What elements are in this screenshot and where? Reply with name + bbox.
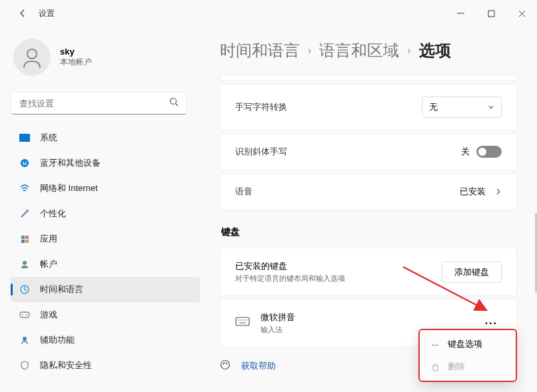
installed-kbd-sub: 对于特定语言的键布局和输入选项 <box>235 274 345 284</box>
card-spacer <box>220 75 517 81</box>
help-text: 获取帮助 <box>241 360 276 372</box>
card-voice[interactable]: 语音 已安装 <box>220 173 517 210</box>
sidebar-item-2[interactable]: 网络和 Internet <box>11 176 200 201</box>
more-icon: ··· <box>429 339 441 349</box>
sidebar-item-4[interactable]: 应用 <box>11 226 200 252</box>
sidebar-item-8[interactable]: 辅助功能 <box>11 327 200 353</box>
italic-label: 识别斜体手写 <box>235 146 287 158</box>
sidebar-item-9[interactable]: 隐私和安全性 <box>11 353 200 378</box>
nav-icon <box>19 258 31 270</box>
installed-kbd-title: 已安装的键盘 <box>235 260 345 272</box>
search-input[interactable] <box>19 98 169 108</box>
chevron-right-icon <box>495 186 502 198</box>
sidebar-item-3[interactable]: 个性化 <box>11 201 200 226</box>
svg-rect-16 <box>236 317 249 325</box>
voice-label: 语音 <box>235 186 253 198</box>
svg-point-11 <box>23 261 27 265</box>
nav-label: 蓝牙和其他设备 <box>40 157 101 169</box>
menu-delete-label: 删除 <box>448 361 465 373</box>
nav-icon <box>19 309 31 321</box>
nav-icon <box>19 359 31 371</box>
sidebar-item-6[interactable]: 时间和语言 <box>11 277 200 302</box>
close-button[interactable] <box>506 3 537 24</box>
back-button[interactable] <box>12 3 33 24</box>
user-type: 本地帐户 <box>60 57 92 68</box>
ime-sub: 输入法 <box>261 325 295 335</box>
svg-point-2 <box>27 49 37 59</box>
italic-toggle[interactable] <box>476 146 502 158</box>
voice-status: 已安装 <box>460 186 486 198</box>
nav-label: 辅助功能 <box>40 334 75 346</box>
card-handwriting: 手写字符转换 无 <box>220 84 517 130</box>
nav-label: 游戏 <box>40 309 57 321</box>
nav-label: 系统 <box>40 132 57 144</box>
handwriting-dropdown[interactable]: 无 <box>422 97 502 118</box>
minimize-button[interactable] <box>445 3 476 24</box>
nav-icon <box>19 334 31 346</box>
svg-rect-7 <box>21 236 25 239</box>
handwriting-value: 无 <box>429 101 438 113</box>
svg-point-6 <box>21 159 29 167</box>
nav-icon <box>19 182 31 194</box>
nav-icon <box>19 284 31 295</box>
user-area[interactable]: sky 本地帐户 <box>11 33 200 92</box>
sidebar-item-5[interactable]: 帐户 <box>11 252 200 277</box>
nav-label: 应用 <box>40 233 57 245</box>
svg-point-14 <box>26 314 27 315</box>
breadcrumb-time-lang[interactable]: 时间和语言 <box>220 40 300 61</box>
svg-point-15 <box>23 337 27 341</box>
context-menu: ··· 键盘选项 删除 <box>418 329 517 382</box>
ime-title: 微软拼音 <box>261 311 295 323</box>
sidebar-item-7[interactable]: 游戏 <box>11 302 200 327</box>
search-box[interactable] <box>11 92 187 114</box>
card-installed-keyboards: 已安装的键盘 对于特定语言的键布局和输入选项 添加键盘 <box>220 248 517 296</box>
svg-rect-9 <box>21 240 25 243</box>
svg-rect-10 <box>25 240 29 243</box>
handwriting-label: 手写字符转换 <box>235 101 287 113</box>
toggle-text: 关 <box>461 146 470 158</box>
svg-point-3 <box>171 98 177 104</box>
breadcrumb: 时间和语言 › 语言和区域 › 选项 <box>220 40 517 61</box>
svg-line-4 <box>176 104 179 106</box>
nav-label: 网络和 Internet <box>40 182 98 194</box>
nav-icon <box>19 132 31 144</box>
svg-rect-5 <box>19 134 30 142</box>
svg-point-13 <box>22 314 23 315</box>
sidebar-item-0[interactable]: 系统 <box>11 125 200 150</box>
menu-option-label: 键盘选项 <box>448 338 482 350</box>
keyboard-section-title: 键盘 <box>221 226 517 238</box>
nav-label: 个性化 <box>40 208 66 220</box>
nav-icon <box>19 233 31 245</box>
search-icon <box>169 97 179 109</box>
svg-rect-1 <box>488 11 494 17</box>
card-italic-handwriting: 识别斜体手写 关 <box>220 133 517 170</box>
add-keyboard-button[interactable]: 添加键盘 <box>442 262 502 283</box>
chevron-right-icon: › <box>407 45 410 57</box>
user-name: sky <box>60 47 92 57</box>
nav-label: 时间和语言 <box>40 284 83 295</box>
chevron-down-icon <box>488 102 494 112</box>
menu-keyboard-options[interactable]: ··· 键盘选项 <box>422 333 513 355</box>
breadcrumb-lang-region[interactable]: 语言和区域 <box>319 40 399 61</box>
sidebar-item-1[interactable]: 蓝牙和其他设备 <box>11 150 200 176</box>
trash-icon <box>429 363 441 371</box>
maximize-button[interactable] <box>476 3 506 24</box>
avatar <box>13 39 51 76</box>
svg-point-22 <box>221 361 230 369</box>
keyboard-icon <box>235 317 250 330</box>
nav-icon <box>19 157 31 169</box>
nav-label: 隐私和安全性 <box>40 359 92 371</box>
nav-icon <box>19 208 31 220</box>
help-icon <box>220 359 233 373</box>
nav-label: 帐户 <box>40 258 57 270</box>
svg-rect-8 <box>25 236 29 239</box>
sidebar: sky 本地帐户 系统蓝牙和其他设备网络和 Internet个性化应用帐户时间和… <box>0 27 200 392</box>
breadcrumb-current: 选项 <box>419 40 451 61</box>
chevron-right-icon: › <box>308 45 311 57</box>
main-content: 时间和语言 › 语言和区域 › 选项 手写字符转换 无 识别斜体手写 关 <box>200 27 537 392</box>
menu-delete: 删除 <box>422 355 513 378</box>
window-title: 设置 <box>39 8 55 19</box>
